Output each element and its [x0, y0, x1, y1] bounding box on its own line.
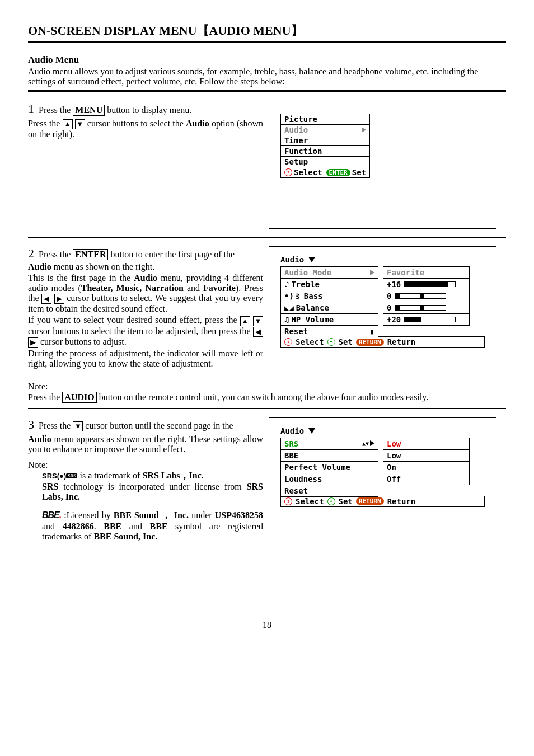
srs-line: is a trademark of SRS Labs，Inc. [79, 471, 203, 480]
osd3-reset[interactable]: Reset [280, 485, 378, 497]
treble-slider[interactable] [404, 281, 456, 287]
bbe-logo-icon: BBE. [42, 510, 61, 520]
osd-item-timer[interactable]: Timer [280, 135, 370, 146]
osd3-srs[interactable]: SRS▲▼ [280, 438, 378, 450]
osd-panel-3: Audio SRS▲▼ BBE Perfect Volume Loudness … [269, 417, 496, 589]
osd2-audiomode-value: Favorite [383, 266, 470, 279]
step-3-line2: Audio menu appears as shown on the right… [28, 434, 263, 454]
up-arrow-icon: ▲ [240, 316, 250, 326]
left-arrow-icon: ◀ [253, 327, 263, 337]
down-arrow-icon: ▼ [253, 316, 263, 326]
osd2-balance-value: 0 [383, 302, 470, 314]
osd2-bass-value: 0 [383, 290, 470, 302]
select-indicator-icon: ⬍ [284, 497, 292, 505]
step-1-line2b: cursor buttons to select the [87, 119, 186, 128]
down-triangle-icon [308, 428, 315, 434]
step-2-line1a: Press the [39, 250, 73, 259]
hp-volume-slider[interactable] [404, 317, 456, 322]
set-indicator-icon: ⬌ [327, 338, 335, 346]
osd3-loudness[interactable]: Loudness [280, 473, 378, 485]
osd-panel-1: Picture Audio Timer Function Setup ⬍ Sel… [269, 102, 496, 229]
balance-slider[interactable] [395, 305, 446, 311]
right-arrow-icon: ▶ [54, 294, 64, 304]
step-2-para4: During the process of adjustment, the in… [28, 349, 263, 368]
osd3-perfectvolume[interactable]: Perfect Volume [280, 461, 378, 473]
step-2-line2b: menu as shown on the right. [54, 262, 154, 271]
bbe-line: BBE. :Licensed by BBE Sound ， Inc. under… [42, 510, 263, 542]
osd2-treble-value: +16 [383, 278, 470, 290]
note-1-text-a: Press the [28, 392, 62, 402]
step-1-number: 1 [28, 102, 34, 116]
osd2-bass[interactable]: •)꒱Bass [280, 290, 378, 302]
note-1-label: Note: [28, 382, 506, 392]
step-3-number: 3 [28, 417, 34, 431]
osd3-bbe[interactable]: BBE [280, 449, 378, 462]
enter-pill: ENTER [326, 169, 350, 176]
right-arrow-icon: ▶ [28, 337, 38, 348]
step-2-para2: This is the first page in the Audio menu… [28, 273, 263, 313]
step-1-line1b: button to display menu. [107, 105, 191, 115]
osd-item-audio[interactable]: Audio [280, 124, 370, 135]
step-2-number: 2 [28, 246, 34, 260]
down-triangle-icon [308, 257, 315, 262]
osd3-hints: ⬍Select ⬌Set RETURNReturn [280, 496, 485, 507]
step-1-line2a: Press the [28, 119, 63, 128]
divider [28, 90, 506, 92]
step-3-line1a: Press the [39, 421, 73, 430]
enter-button-label: ENTER [73, 249, 108, 260]
osd2-hpvolume[interactable]: ♫HP Volume [280, 313, 378, 326]
osd3-bbe-value: Low [383, 449, 470, 462]
set-indicator-icon: ⬌ [327, 497, 335, 505]
right-arrow-icon [370, 440, 374, 446]
page-title: ON-SCREEN DISPLAY MENU【AUDIO MENU】 [28, 22, 506, 43]
step-2-para3: If you want to select your desired sound… [28, 315, 263, 346]
return-pill: RETURN [356, 339, 384, 346]
step-3-line1b: cursor button until the second page in t… [85, 421, 233, 430]
osd-item-setup[interactable]: Setup [280, 156, 370, 167]
osd2-balance[interactable]: ◣◢Balance [280, 302, 378, 314]
osd2-treble[interactable]: ♪Treble [280, 278, 378, 290]
srs-tech-line: SRS technology is incorporated under lic… [42, 482, 263, 502]
up-arrow-icon: ▲ [63, 119, 73, 129]
osd3-perfectvolume-value: On [383, 461, 470, 473]
osd2-audiomode[interactable]: Audio Mode [280, 266, 378, 279]
osd3-srs-value: Low [383, 438, 470, 450]
select-indicator-icon: ⬍ [284, 168, 292, 176]
osd-menu-list: Picture Audio Timer Function Setup ⬍ Sel… [280, 114, 370, 178]
page-number: 18 [28, 620, 506, 630]
step-3-text: 3 Press the ▼ cursor button until the se… [28, 417, 269, 542]
bass-slider[interactable] [395, 293, 446, 299]
srs-sub-icon: SRS [66, 473, 77, 478]
section-heading: Audio Menu [28, 54, 506, 65]
right-arrow-icon [362, 127, 366, 133]
select-indicator-icon: ⬍ [284, 338, 292, 346]
step-2-line1b: button to enter the first page of the [110, 250, 235, 259]
step-1-line1a: Press the [39, 105, 73, 115]
osd2-hpvolume-value: +20 [383, 313, 470, 326]
right-arrow-icon [370, 270, 374, 275]
left-arrow-icon: ◀ [41, 294, 51, 304]
osd-item-function[interactable]: Function [280, 145, 370, 157]
step-2-audio-word: Audio [28, 262, 51, 271]
step-2: 2 Press the ENTER button to enter the fi… [28, 246, 506, 376]
osd3-title: Audio [280, 426, 315, 435]
step-3-note: Note: SRS(●)SRS is a trademark of SRS La… [28, 460, 263, 542]
osd2-reset[interactable]: Reset▮ [280, 325, 378, 337]
note-1-text-b: button on the remote control unit, you c… [99, 392, 429, 402]
audio-word: Audio [186, 119, 209, 128]
srs-trademark-line: SRS(●)SRS is a trademark of SRS Labs，Inc… [42, 470, 263, 482]
intro-text: Audio menu allows you to adjust various … [28, 67, 506, 87]
step-1-text: 1 Press the MENU button to display menu.… [28, 102, 269, 139]
down-arrow-icon: ▼ [73, 421, 83, 431]
osd3-loudness-value: Off [383, 473, 470, 485]
osd2-title: Audio [280, 255, 315, 264]
srs-logo-icon: SRS(●) [42, 472, 66, 480]
menu-button-label: MENU [73, 105, 105, 116]
osd2-hints: ⬍Select ⬌Set RETURNReturn [280, 336, 485, 348]
osd-hints: ⬍ Select ENTER Set [280, 167, 370, 178]
step-2-text: 2 Press the ENTER button to enter the fi… [28, 246, 269, 369]
return-pill: RETURN [356, 497, 384, 505]
step-3-note-label: Note: [28, 460, 263, 470]
osd-item-picture[interactable]: Picture [280, 114, 370, 125]
osd-panel-2: Audio Audio Mode ♪Treble •)꒱Bass ◣◢Balan… [269, 246, 496, 373]
